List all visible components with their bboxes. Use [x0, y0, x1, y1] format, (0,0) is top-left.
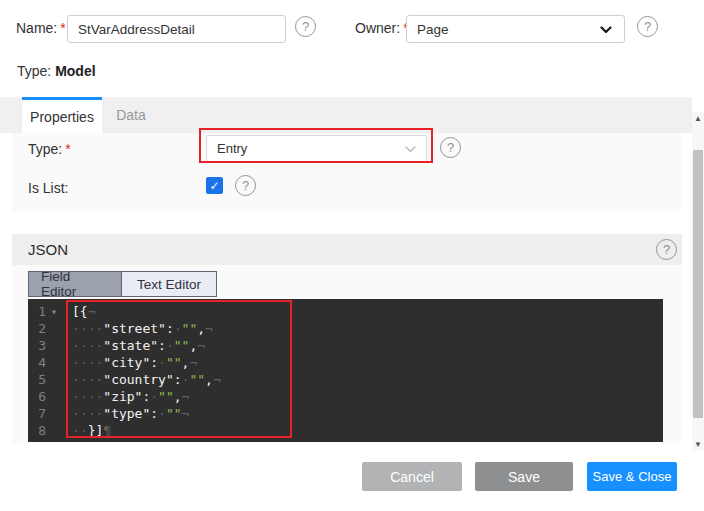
variable-type-value: Model — [55, 63, 95, 79]
fold-spacer — [46, 320, 72, 337]
editor-mode-switch: Field Editor Text Editor — [28, 271, 217, 297]
code-line: ····"type":·""¬ — [72, 405, 663, 422]
code-line: ····"state":·"",¬ — [72, 337, 663, 354]
tab-properties[interactable]: Properties — [22, 97, 102, 133]
line-number: 8 — [28, 422, 72, 439]
scrollbar-thumb[interactable] — [693, 150, 703, 418]
save-button[interactable]: Save — [475, 462, 573, 491]
fold-arrow-icon[interactable]: ▾ — [46, 303, 72, 320]
code-line: ····"city":·"",¬ — [72, 354, 663, 371]
json-code-editor[interactable]: 1▾2345678 [{¬····"street":·"",¬····"stat… — [28, 299, 663, 442]
text-editor-button[interactable]: Text Editor — [122, 272, 216, 296]
json-section: JSON ? Field Editor Text Editor 1▾234567… — [12, 234, 682, 443]
code-line: ····"zip":·"",¬ — [72, 388, 663, 405]
owner-label: Owner:* — [355, 20, 409, 36]
fold-spacer — [46, 422, 72, 439]
code-line: [{¬ — [72, 303, 663, 320]
json-help-icon[interactable]: ? — [656, 239, 677, 260]
fold-spacer — [46, 371, 72, 388]
json-section-header: JSON ? — [12, 234, 682, 265]
tab-data[interactable]: Data — [102, 97, 160, 133]
variable-editor-dialog: Name:* ? Owner:* Page ? Type: Model Prop… — [0, 0, 704, 511]
save-and-close-button[interactable]: Save & Close — [587, 462, 677, 491]
fold-spacer — [46, 337, 72, 354]
name-help-icon[interactable]: ? — [295, 16, 316, 37]
chevron-down-icon — [405, 146, 416, 153]
type-selected-value: Entry — [217, 141, 247, 156]
cancel-button[interactable]: Cancel — [362, 462, 462, 491]
line-number: 4 — [28, 354, 72, 371]
vertical-scrollbar[interactable]: ▲ ▼ — [692, 112, 704, 450]
required-asterisk: * — [65, 141, 70, 157]
line-number: 5 — [28, 371, 72, 388]
is-list-checkbox[interactable]: ✓ — [206, 177, 223, 194]
line-number: 3 — [28, 337, 72, 354]
field-editor-button[interactable]: Field Editor — [29, 272, 122, 296]
owner-help-icon[interactable]: ? — [637, 16, 658, 37]
name-label: Name:* — [16, 20, 66, 36]
fold-spacer — [46, 354, 72, 371]
scroll-down-arrow-icon[interactable]: ▼ — [692, 438, 704, 450]
json-section-title: JSON — [28, 241, 68, 258]
code-line: ····"country":·"",¬ — [72, 371, 663, 388]
is-list-label: Is List: — [28, 180, 68, 196]
line-number: 6 — [28, 388, 72, 405]
required-asterisk: * — [60, 20, 65, 36]
line-number: 1▾ — [28, 303, 72, 320]
owner-selected-value: Page — [417, 22, 449, 37]
scroll-up-arrow-icon[interactable]: ▲ — [692, 112, 704, 124]
tab-strip: Properties Data — [0, 97, 692, 133]
line-number: 7 — [28, 405, 72, 422]
fold-spacer — [46, 388, 72, 405]
owner-select[interactable]: Page — [406, 15, 625, 43]
properties-panel: Type:* Entry ? Is List: ✓ ? — [12, 133, 682, 211]
editor-gutter: 1▾2345678 — [28, 303, 72, 439]
is-list-help-icon[interactable]: ? — [235, 175, 256, 196]
name-input[interactable] — [67, 15, 286, 43]
code-line: ··}]¶ — [72, 422, 663, 439]
type-field-label: Type:* — [28, 141, 71, 157]
fold-spacer — [46, 405, 72, 422]
chevron-down-icon — [600, 26, 612, 34]
type-help-icon[interactable]: ? — [440, 137, 461, 158]
editor-code[interactable]: [{¬····"street":·"",¬····"state":·"",¬··… — [72, 303, 663, 439]
variable-type-text: Type: Model — [17, 63, 96, 79]
line-number: 2 — [28, 320, 72, 337]
code-line: ····"street":·"",¬ — [72, 320, 663, 337]
type-dropdown[interactable]: Entry — [206, 135, 427, 162]
